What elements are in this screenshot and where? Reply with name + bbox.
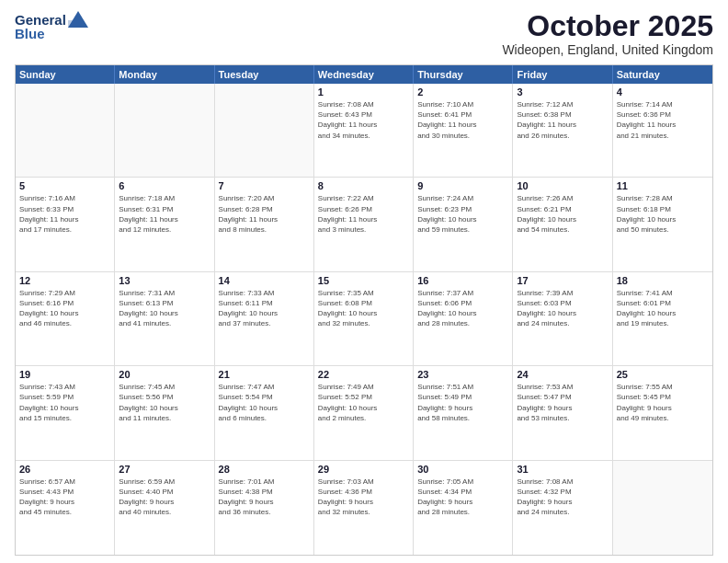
day-number: 24 — [517, 369, 608, 380]
calendar-row-1: 1Sunrise: 7:08 AM Sunset: 6:43 PM Daylig… — [16, 84, 712, 178]
day-info: Sunrise: 7:05 AM Sunset: 4:34 PM Dayligh… — [417, 477, 508, 518]
calendar-cell: 13Sunrise: 7:31 AM Sunset: 6:13 PM Dayli… — [115, 272, 214, 365]
day-info: Sunrise: 7:51 AM Sunset: 5:49 PM Dayligh… — [417, 382, 508, 423]
day-info: Sunrise: 7:01 AM Sunset: 4:38 PM Dayligh… — [219, 477, 310, 518]
weekday-header-sunday: Sunday — [16, 65, 115, 84]
day-number: 31 — [517, 464, 608, 475]
day-info: Sunrise: 7:16 AM Sunset: 6:33 PM Dayligh… — [19, 193, 110, 235]
day-info: Sunrise: 7:39 AM Sunset: 6:03 PM Dayligh… — [517, 288, 608, 329]
logo-blue: Blue — [15, 26, 45, 41]
day-info: Sunrise: 7:22 AM Sunset: 6:26 PM Dayligh… — [318, 193, 409, 235]
calendar-cell: 15Sunrise: 7:35 AM Sunset: 6:08 PM Dayli… — [314, 272, 414, 365]
day-number: 14 — [219, 275, 310, 286]
calendar-body: 1Sunrise: 7:08 AM Sunset: 6:43 PM Daylig… — [16, 84, 712, 555]
calendar-cell: 9Sunrise: 7:24 AM Sunset: 6:23 PM Daylig… — [414, 178, 513, 270]
calendar-cell: 11Sunrise: 7:28 AM Sunset: 6:18 PM Dayli… — [613, 178, 712, 270]
calendar-cell: 14Sunrise: 7:33 AM Sunset: 6:11 PM Dayli… — [215, 272, 314, 365]
calendar-cell — [613, 461, 712, 555]
day-info: Sunrise: 7:37 AM Sunset: 6:06 PM Dayligh… — [417, 288, 508, 329]
calendar-row-2: 5Sunrise: 7:16 AM Sunset: 6:33 PM Daylig… — [16, 178, 712, 271]
calendar: SundayMondayTuesdayWednesdayThursdayFrid… — [15, 64, 713, 556]
day-number: 16 — [417, 275, 508, 286]
calendar-cell: 24Sunrise: 7:53 AM Sunset: 5:47 PM Dayli… — [513, 366, 612, 459]
day-number: 26 — [19, 464, 110, 475]
day-info: Sunrise: 7:31 AM Sunset: 6:13 PM Dayligh… — [119, 288, 210, 329]
weekday-header-tuesday: Tuesday — [215, 65, 314, 84]
calendar-cell: 2Sunrise: 7:10 AM Sunset: 6:41 PM Daylig… — [414, 84, 513, 177]
calendar-cell: 19Sunrise: 7:43 AM Sunset: 5:59 PM Dayli… — [16, 366, 115, 459]
day-number: 11 — [617, 180, 709, 191]
day-number: 5 — [19, 180, 110, 191]
calendar-cell: 31Sunrise: 7:08 AM Sunset: 4:32 PM Dayli… — [513, 461, 612, 555]
day-number: 22 — [318, 369, 409, 380]
calendar-cell: 17Sunrise: 7:39 AM Sunset: 6:03 PM Dayli… — [513, 272, 612, 365]
calendar-cell: 26Sunrise: 6:57 AM Sunset: 4:43 PM Dayli… — [16, 461, 115, 555]
day-info: Sunrise: 7:12 AM Sunset: 6:38 PM Dayligh… — [517, 99, 608, 141]
day-info: Sunrise: 7:41 AM Sunset: 6:01 PM Dayligh… — [617, 288, 709, 329]
day-number: 15 — [318, 275, 409, 286]
day-info: Sunrise: 7:08 AM Sunset: 4:32 PM Dayligh… — [517, 477, 608, 518]
day-number: 3 — [517, 86, 608, 98]
title-section: October 2025 Wideopen, England, United K… — [502, 11, 713, 57]
calendar-cell: 22Sunrise: 7:49 AM Sunset: 5:52 PM Dayli… — [314, 366, 414, 459]
calendar-cell: 28Sunrise: 7:01 AM Sunset: 4:38 PM Dayli… — [215, 461, 314, 555]
calendar-cell: 5Sunrise: 7:16 AM Sunset: 6:33 PM Daylig… — [16, 178, 115, 270]
calendar-cell: 29Sunrise: 7:03 AM Sunset: 4:36 PM Dayli… — [314, 461, 414, 555]
day-info: Sunrise: 7:35 AM Sunset: 6:08 PM Dayligh… — [318, 288, 409, 329]
calendar-cell: 25Sunrise: 7:55 AM Sunset: 5:45 PM Dayli… — [613, 366, 712, 459]
day-info: Sunrise: 7:14 AM Sunset: 6:36 PM Dayligh… — [617, 99, 709, 141]
weekday-header-wednesday: Wednesday — [314, 65, 414, 84]
day-info: Sunrise: 7:53 AM Sunset: 5:47 PM Dayligh… — [517, 382, 608, 423]
day-info: Sunrise: 7:08 AM Sunset: 6:43 PM Dayligh… — [318, 99, 409, 141]
calendar-page: General Blue October 2025 Wideopen, Engl… — [0, 0, 728, 563]
day-number: 12 — [19, 275, 110, 286]
calendar-header: SundayMondayTuesdayWednesdayThursdayFrid… — [16, 65, 712, 84]
location: Wideopen, England, United Kingdom — [502, 42, 713, 57]
day-info: Sunrise: 7:47 AM Sunset: 5:54 PM Dayligh… — [219, 382, 310, 423]
calendar-cell: 3Sunrise: 7:12 AM Sunset: 6:38 PM Daylig… — [513, 84, 612, 177]
calendar-cell: 1Sunrise: 7:08 AM Sunset: 6:43 PM Daylig… — [314, 84, 414, 177]
calendar-cell: 7Sunrise: 7:20 AM Sunset: 6:28 PM Daylig… — [215, 178, 314, 270]
day-number: 27 — [119, 464, 210, 475]
day-number: 2 — [417, 86, 508, 98]
calendar-row-4: 19Sunrise: 7:43 AM Sunset: 5:59 PM Dayli… — [16, 366, 712, 460]
logo: General Blue — [15, 11, 88, 41]
day-number: 17 — [517, 275, 608, 286]
day-number: 21 — [219, 369, 310, 380]
day-info: Sunrise: 7:18 AM Sunset: 6:31 PM Dayligh… — [119, 193, 210, 235]
calendar-cell: 6Sunrise: 7:18 AM Sunset: 6:31 PM Daylig… — [115, 178, 214, 270]
day-number: 19 — [19, 369, 110, 380]
day-info: Sunrise: 7:24 AM Sunset: 6:23 PM Dayligh… — [417, 193, 508, 235]
day-info: Sunrise: 7:45 AM Sunset: 5:56 PM Dayligh… — [119, 382, 210, 423]
logo-general: General — [15, 12, 66, 28]
day-number: 13 — [119, 275, 210, 286]
day-info: Sunrise: 6:59 AM Sunset: 4:40 PM Dayligh… — [119, 477, 210, 518]
day-number: 25 — [617, 369, 709, 380]
svg-rect-1 — [68, 20, 81, 28]
day-number: 8 — [318, 180, 409, 191]
day-info: Sunrise: 7:29 AM Sunset: 6:16 PM Dayligh… — [19, 288, 110, 329]
calendar-cell: 8Sunrise: 7:22 AM Sunset: 6:26 PM Daylig… — [314, 178, 414, 270]
month-title: October 2025 — [502, 11, 713, 40]
calendar-cell — [215, 84, 314, 177]
weekday-header-monday: Monday — [115, 65, 214, 84]
calendar-cell: 23Sunrise: 7:51 AM Sunset: 5:49 PM Dayli… — [414, 366, 513, 459]
day-number: 6 — [119, 180, 210, 191]
day-number: 1 — [318, 86, 409, 98]
day-info: Sunrise: 7:43 AM Sunset: 5:59 PM Dayligh… — [19, 382, 110, 423]
weekday-header-friday: Friday — [513, 65, 612, 84]
calendar-cell: 20Sunrise: 7:45 AM Sunset: 5:56 PM Dayli… — [115, 366, 214, 459]
calendar-cell — [16, 84, 115, 177]
weekday-header-thursday: Thursday — [414, 65, 513, 84]
day-number: 10 — [517, 180, 608, 191]
calendar-row-5: 26Sunrise: 6:57 AM Sunset: 4:43 PM Dayli… — [16, 461, 712, 555]
calendar-cell: 12Sunrise: 7:29 AM Sunset: 6:16 PM Dayli… — [16, 272, 115, 365]
day-info: Sunrise: 7:55 AM Sunset: 5:45 PM Dayligh… — [617, 382, 709, 423]
day-number: 18 — [617, 275, 709, 286]
day-number: 9 — [417, 180, 508, 191]
day-number: 20 — [119, 369, 210, 380]
calendar-cell: 27Sunrise: 6:59 AM Sunset: 4:40 PM Dayli… — [115, 461, 214, 555]
calendar-cell: 30Sunrise: 7:05 AM Sunset: 4:34 PM Dayli… — [414, 461, 513, 555]
day-number: 30 — [417, 464, 508, 475]
calendar-cell: 21Sunrise: 7:47 AM Sunset: 5:54 PM Dayli… — [215, 366, 314, 459]
